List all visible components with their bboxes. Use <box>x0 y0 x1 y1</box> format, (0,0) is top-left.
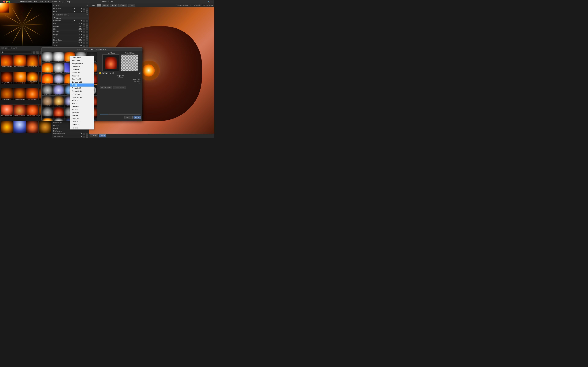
emitter-item-18[interactable] <box>26 121 39 133</box>
life-variation-row[interactable]: Life Variation <box>52 130 89 133</box>
emitter-item-12[interactable]: Dim Fire Swirls (mb) <box>1 104 13 117</box>
spin-track[interactable] <box>83 37 85 38</box>
color-button[interactable] <box>8 47 12 49</box>
dropdown-item-fireworks[interactable]: Fireworks.il3 <box>70 87 94 90</box>
expand-shape-button[interactable]: ⤢ <box>138 72 141 74</box>
position-xy-menu[interactable]: ≡ <box>86 8 88 10</box>
search-input[interactable] <box>1 51 32 54</box>
motion-rand-track[interactable] <box>83 39 85 41</box>
dropdown-item-texture[interactable]: Texture.il3 <box>70 123 94 126</box>
search-icon[interactable]: 🔍 <box>208 1 210 3</box>
color-swatch[interactable] <box>97 4 101 7</box>
emitter-item-14[interactable]: Sun Fire 02 ::pe PR:: <box>26 104 39 117</box>
menu-stage[interactable]: Stage <box>59 1 64 3</box>
dropdown-item-cartoon[interactable]: Cartoon.il3 <box>70 65 94 68</box>
maximize-button[interactable] <box>9 1 10 3</box>
shape-item-hubble[interactable]: hubble_stars <box>53 96 64 107</box>
emitter-item-10[interactable]: bigFire 01 (mb) <box>26 88 39 100</box>
position-xy-val1[interactable]: 0.0 <box>69 8 75 9</box>
filter-button[interactable]: ⊙ <box>36 51 39 53</box>
dropdown-item-misc[interactable]: Misc.il3 <box>70 102 94 105</box>
velocity-val[interactable]: 20.0 <box>76 31 82 33</box>
menu-view[interactable]: View <box>45 1 49 3</box>
life-menu[interactable]: ≡ <box>86 23 88 25</box>
layer-triangle[interactable]: ▼ <box>53 5 54 6</box>
bounce-track[interactable] <box>83 42 85 44</box>
motion-rand-val[interactable]: 100.0 <box>76 39 82 41</box>
menu-icon[interactable]: ☰ <box>212 1 213 3</box>
grid-button[interactable]: ⊞ <box>5 47 7 49</box>
bounce-val[interactable]: 100.0 <box>76 42 82 44</box>
number-variation-val[interactable]: 0.0 <box>76 133 82 134</box>
size-variation-track[interactable] <box>83 136 85 137</box>
position-xy-val2[interactable]: 0.0 <box>76 8 82 9</box>
shape-apply-button[interactable]: Apply <box>134 116 141 119</box>
close-button[interactable] <box>3 1 5 3</box>
weight-val[interactable]: 100.0 <box>76 34 82 35</box>
number-variation-track[interactable] <box>83 133 85 135</box>
layer-angle-val1[interactable]: 0 <box>69 10 75 12</box>
size-val[interactable]: 100.0 <box>76 28 82 30</box>
size-menu[interactable]: ≡ <box>86 28 88 30</box>
dropdown-item-background[interactable]: Background.il3 <box>70 62 94 65</box>
dropdown-item-sparkles[interactable]: Sparkles.il3 <box>70 120 94 123</box>
dropdown-item-custom[interactable]: Custom.il3 <box>70 71 94 74</box>
emitter-pos-menu[interactable]: ≡ <box>86 20 88 22</box>
cancel-button[interactable]: Cancel <box>90 134 98 137</box>
number-track[interactable] <box>83 25 85 27</box>
spin-menu[interactable]: ≡ <box>86 36 88 39</box>
minimize-button[interactable] <box>6 1 8 3</box>
emitter-pos-track[interactable] <box>83 20 85 22</box>
shape-item-cloud0-1[interactable]: cloud0080 <box>42 107 53 118</box>
menu-edit[interactable]: Edit <box>40 1 43 3</box>
motion-rand-menu[interactable]: ≡ <box>86 39 88 41</box>
dropdown-item-creatures[interactable]: Creatures.il3 <box>70 68 94 71</box>
prev-shape-button[interactable]: ◀ <box>103 72 105 74</box>
color-picker-icon[interactable] <box>99 72 101 74</box>
number-val[interactable]: 101.5 <box>76 25 82 27</box>
emitter-item-16[interactable] <box>1 121 13 133</box>
dropdown-item-space[interactable]: Space.il3 <box>70 117 94 120</box>
layer-angle-menu[interactable]: ≡ <box>86 10 88 13</box>
shape-item-small-blur[interactable]: small blur star <box>53 63 64 74</box>
emitter-menu-icon[interactable]: ≡ <box>86 14 88 16</box>
shape-item-trueflame5x[interactable]: TrueFlame5X <box>42 63 53 74</box>
shape-cancel-button[interactable]: Cancel <box>124 116 133 119</box>
zoom-menu[interactable]: ≡ <box>86 45 88 47</box>
dropdown-item-dust-fog[interactable]: Dust-Fog.il3 <box>70 77 94 80</box>
emitter-item-17[interactable] <box>13 121 26 133</box>
emitter-item-19[interactable] <box>39 121 51 133</box>
life-val[interactable]: 100.0 <box>76 23 82 25</box>
velocity-track[interactable] <box>83 31 85 33</box>
dropdown-item-fire[interactable]: Fire.il3 <box>70 83 94 87</box>
menu-help[interactable]: Help <box>67 1 70 3</box>
shape-item-blurred-sp[interactable]: blurred spike... <box>53 85 64 96</box>
weight-menu[interactable]: ≡ <box>86 34 88 36</box>
dropdown-item-default[interactable]: Default.il3 <box>70 74 94 77</box>
import-shape-button[interactable]: Import Shape <box>100 86 112 89</box>
next-shape-button[interactable]: ▶ <box>105 72 108 74</box>
shape-item-tcloud5[interactable]: Tcloud5 <box>53 74 64 84</box>
dropdown-item-nature[interactable]: Nature.il3 <box>70 105 94 108</box>
emitter-item-5[interactable]: Campfire 01c (mb) <box>13 72 26 84</box>
weight-track[interactable] <box>83 34 85 36</box>
menu-particle-illusion[interactable]: Particle Illusion <box>19 1 32 3</box>
shape-item-flame0-2[interactable]: flame0000 <box>53 107 64 118</box>
delete-shape-button[interactable]: Delete Shape <box>113 86 126 89</box>
shape-item-basic-blur[interactable]: basic blur <box>42 51 53 62</box>
menu-action[interactable]: Action <box>52 1 57 3</box>
dropdown-item-snow[interactable]: Snow.il3 <box>70 114 94 117</box>
emitter-pos-val1[interactable]: 0.0 <box>69 20 75 22</box>
layer-menu-icon[interactable]: ≡ <box>86 4 88 7</box>
dropdown-item-smoke[interactable]: Smoke.il3 <box>70 111 94 114</box>
size-variation-val[interactable]: 0.0 <box>76 136 82 137</box>
emitter-item-1[interactable]: falling fire 01a (mb) <box>13 55 26 67</box>
zoom-track[interactable] <box>83 45 85 47</box>
dropdown-item-abstract[interactable]: Abstract.il3 <box>70 59 94 62</box>
hud-button[interactable]: H.U.D. <box>110 4 117 7</box>
position-xy-track[interactable] <box>83 8 85 10</box>
shape-item-flame28[interactable]: Flame28 <box>42 74 53 84</box>
mblur-button[interactable]: M-Blur <box>102 4 109 7</box>
emitter-item-6[interactable]: Into Fire New 02 (mb) <box>26 72 39 84</box>
deflector-button[interactable]: Deflector <box>118 4 127 7</box>
